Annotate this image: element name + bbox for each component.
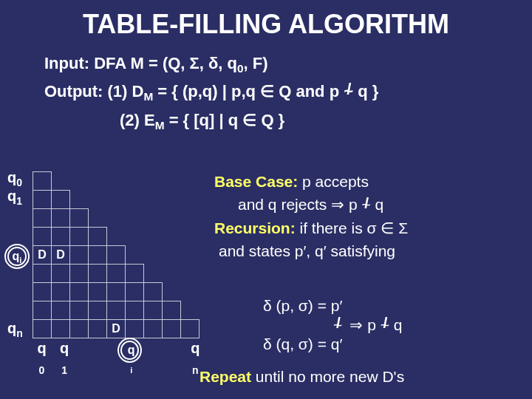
delta-implies: ⇒ p ~ q bbox=[347, 316, 405, 334]
recursion-line2: and states p′, q′ satisfying bbox=[214, 241, 525, 261]
output1-mid: = { (p,q) | p,q ∈ Q and p bbox=[153, 82, 344, 100]
algorithm-text: Base Case: p accepts and q rejects ⇒ p ~… bbox=[214, 171, 525, 264]
not-approx-icon: ~ bbox=[333, 316, 342, 334]
cell-d: D bbox=[107, 320, 126, 338]
base-case-header: Base Case: bbox=[214, 173, 298, 190]
cell-d: D bbox=[52, 246, 70, 265]
x-axis-labels: q0 q1 qi qn bbox=[33, 340, 205, 376]
io-block: Input: DFA M = (Q, Σ, δ, q0, F) Output: … bbox=[44, 50, 532, 106]
input-sub: 0 bbox=[237, 62, 244, 75]
base-case-line2: and q rejects ⇒ p ~ q bbox=[214, 194, 525, 214]
not-approx-icon: ~ bbox=[381, 316, 389, 334]
distinguishability-table: DD D bbox=[33, 171, 200, 338]
ylab-qn: qn bbox=[7, 321, 27, 339]
input-line: Input: DFA M = (Q, Σ, δ, q0, F) bbox=[44, 50, 532, 78]
recursion-header: Recursion: bbox=[214, 219, 296, 236]
output1-sub: M bbox=[143, 90, 153, 103]
repeat-line: Repeat until no more new D's bbox=[200, 368, 404, 386]
not-approx-icon: ~ bbox=[344, 78, 353, 104]
slide-title: TABLE-FILLING ALGORITHM bbox=[0, 0, 532, 40]
xlab-qi: qi bbox=[119, 341, 141, 374]
not-approx-icon: ~ bbox=[361, 194, 370, 214]
repeat-header: Repeat bbox=[200, 368, 251, 385]
y-axis-labels: q0 q1 qi qn bbox=[7, 170, 27, 339]
base-case-line1: Base Case: p accepts bbox=[214, 171, 525, 191]
output2-pre: (2) E bbox=[120, 111, 155, 129]
ylab-q0: q0 bbox=[7, 170, 27, 188]
input-tail: , F) bbox=[244, 54, 268, 72]
input-label: Input: bbox=[44, 54, 89, 72]
ylab-q1: q1 bbox=[7, 188, 27, 207]
circle-icon: qi bbox=[7, 247, 27, 266]
cell-d: D bbox=[33, 246, 52, 265]
output-line-1: Output: (1) DM = { (p,q) | p,q ∈ Q and p… bbox=[44, 78, 532, 106]
output2-tail: = { [q] | q ∈ Q } bbox=[165, 111, 285, 129]
output1-tail: q } bbox=[353, 82, 378, 100]
input-value: DFA M = (Q, Σ, δ, q bbox=[89, 54, 237, 72]
output-line-2: (2) EM = { [q] | q ∈ Q } bbox=[120, 111, 532, 132]
title-strong: TABLE-FILLING bbox=[83, 9, 282, 39]
title-rest: ALGORITHM bbox=[282, 9, 449, 39]
output1-pre: (1) D bbox=[103, 82, 143, 100]
delta-equations: δ (p, σ) = p′ ~ ⇒ p ~ q δ (q, σ) = q′ bbox=[259, 296, 407, 355]
circle-icon: qi bbox=[120, 341, 139, 360]
xlab-q1: q1 bbox=[55, 340, 74, 376]
recursion-line1: Recursion: if there is σ ∈ Σ bbox=[214, 218, 525, 238]
output-label: Output: bbox=[44, 82, 103, 100]
xlab-q0: q0 bbox=[33, 340, 51, 376]
delta-eq-q: δ (q, σ) = q′ bbox=[260, 335, 345, 353]
output2-sub: M bbox=[155, 119, 165, 132]
delta-eq-p: δ (p, σ) = p′ bbox=[260, 297, 345, 315]
ylab-qi: qi bbox=[7, 247, 27, 265]
